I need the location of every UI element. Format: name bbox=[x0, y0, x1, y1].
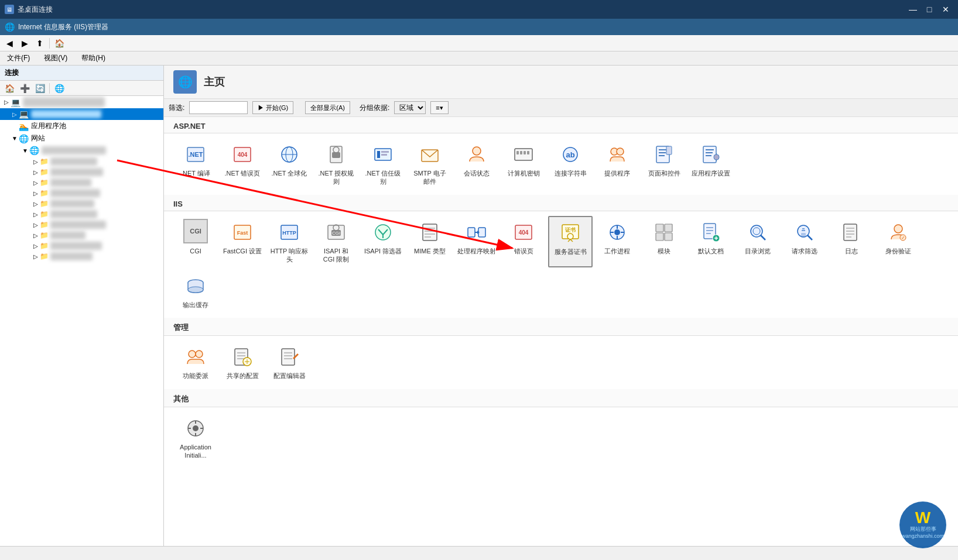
icon-net-compile[interactable]: .NET .NET 编译 bbox=[173, 138, 218, 190]
icon-output-cache[interactable]: 输出缓存 bbox=[173, 270, 218, 313]
icon-dir-browse[interactable]: 目录浏览 bbox=[735, 216, 780, 268]
icon-session[interactable]: 会话状态 bbox=[454, 138, 499, 190]
icon-handler-map[interactable]: 处理程序映射 bbox=[454, 216, 499, 268]
icon-isapi-filter[interactable]: ISAPI 筛选器 bbox=[361, 216, 405, 268]
tree-label-apppool: 应用程序池 bbox=[31, 121, 66, 131]
nav-toolbar: ◀ ▶ ⬆ 🏠 bbox=[0, 35, 958, 51]
svg-text:CGI: CGI bbox=[332, 231, 340, 236]
svg-rect-32 bbox=[706, 152, 713, 153]
iis-title-bar: 🌐 Internet 信息服务 (IIS)管理器 bbox=[0, 19, 958, 35]
icon-net-trust[interactable]: .NET 信任级别 bbox=[361, 138, 405, 190]
tree-folder-10[interactable]: ▷ 📁 folder bbox=[32, 251, 163, 262]
svg-point-93 bbox=[894, 225, 902, 233]
svg-rect-88 bbox=[844, 224, 857, 241]
tree-folder-9[interactable]: ▷ 📁 folder bbox=[32, 241, 163, 251]
iis-title-icon: 🌐 bbox=[5, 22, 15, 32]
icon-net-auth[interactable]: .NET 授权规则 bbox=[314, 138, 358, 190]
icon-app-settings[interactable]: 应用程序设置 bbox=[689, 138, 733, 190]
icon-machine-key[interactable]: 计算机密钥 bbox=[501, 138, 546, 190]
groupby-select[interactable]: 区域 bbox=[394, 101, 426, 114]
sidebar-home-btn[interactable]: 🏠 bbox=[2, 82, 16, 95]
menu-file[interactable]: 文件(F) bbox=[5, 52, 32, 64]
icon-auth[interactable]: ✓ 身份验证 bbox=[876, 216, 921, 268]
tree-folder-2[interactable]: ▷ 📁 folder bbox=[32, 167, 163, 177]
view-btn[interactable]: ≡▾ bbox=[430, 101, 448, 114]
watermark-line1: 网站那些事 bbox=[910, 526, 936, 533]
tree-folder-3[interactable]: ▷ 📁 folder bbox=[32, 177, 163, 188]
tree-folder-1[interactable]: ▷ 📁 folder bbox=[32, 156, 163, 167]
icon-pages-ctrl[interactable]: 页面和控件 bbox=[642, 138, 686, 190]
sidebar-refresh-btn[interactable]: 🔄 bbox=[33, 82, 47, 95]
icon-default-doc[interactable]: 默认文档 bbox=[689, 216, 733, 268]
svg-rect-33 bbox=[706, 155, 711, 156]
icon-fastcgi[interactable]: Fast FastCGI 设置 bbox=[220, 216, 265, 268]
svg-text:HTTP: HTTP bbox=[282, 230, 296, 236]
svg-text:404: 404 bbox=[519, 229, 529, 236]
home-button[interactable]: 🏠 bbox=[52, 37, 66, 50]
icon-cgi[interactable]: CGI CGI bbox=[173, 216, 218, 268]
cgi-label: CGI bbox=[190, 247, 201, 255]
tree-folder-6[interactable]: ▷ 📁 folder bbox=[32, 209, 163, 219]
tree-item-apppool[interactable]: 🏊 应用程序池 bbox=[0, 120, 163, 132]
tree-folder-7[interactable]: ▷ 📁 folder bbox=[32, 219, 163, 230]
icon-isapi-cgi[interactable]: CGI ISAPI 和CGI 限制 bbox=[314, 216, 358, 268]
title-bar: 🖥 圣桌面连接 — □ ✕ bbox=[0, 0, 958, 19]
svg-rect-13 bbox=[381, 154, 387, 156]
icon-ssl-cert[interactable]: 证书 服务器证书 bbox=[548, 216, 593, 268]
tree-item-sites[interactable]: ▼ 🌐 网站 bbox=[0, 132, 163, 145]
menu-help[interactable]: 帮助(H) bbox=[79, 52, 108, 64]
filter-input[interactable] bbox=[189, 101, 248, 114]
svg-rect-85 bbox=[801, 233, 806, 238]
tree-folder-4[interactable]: ▷ 📁 folder bbox=[32, 188, 163, 198]
back-button[interactable]: ◀ bbox=[2, 37, 16, 50]
forward-button[interactable]: ▶ bbox=[18, 37, 32, 50]
icon-delegate[interactable]: 功能委派 bbox=[173, 341, 218, 384]
sidebar-globe-btn[interactable]: 🌐 bbox=[52, 82, 66, 95]
svg-rect-19 bbox=[524, 151, 526, 154]
icon-worker-proc[interactable]: 工作进程 bbox=[595, 216, 639, 268]
filter-start-btn[interactable]: ▶ 开始(G) bbox=[252, 101, 293, 114]
tree-item-root[interactable]: ▷ 💻 服务器名 bbox=[0, 96, 163, 108]
svg-text:Fast: Fast bbox=[237, 230, 248, 236]
svg-point-97 bbox=[188, 287, 203, 293]
icon-conn-string[interactable]: ab 连接字符串 bbox=[548, 138, 593, 190]
icon-mime[interactable]: MIME 类型 bbox=[408, 216, 452, 268]
icon-content: ASP.NET .NET .NET 编译 404 .NET 错误页 bbox=[164, 117, 958, 546]
icon-modules[interactable]: 模块 bbox=[642, 216, 686, 268]
tree-folder-8[interactable]: ▷ 📁 folder bbox=[32, 230, 163, 241]
watermark-w-icon: W bbox=[915, 510, 930, 526]
icon-logging[interactable]: 日志 bbox=[829, 216, 874, 268]
tree-item-selected[interactable]: ▷ 💻 selected bbox=[0, 108, 163, 120]
menu-view[interactable]: 视图(V) bbox=[42, 52, 70, 64]
tree-folder-5[interactable]: ▷ 📁 folder bbox=[32, 198, 163, 209]
expand-icon: ▷ bbox=[2, 98, 11, 106]
filter-showall-btn[interactable]: 全部显示(A) bbox=[305, 101, 350, 114]
svg-rect-17 bbox=[516, 151, 519, 154]
svg-line-62 bbox=[570, 239, 573, 242]
svg-rect-107 bbox=[282, 349, 295, 365]
tree-item-site1[interactable]: ▼ 🌐 blurred bbox=[0, 145, 163, 156]
icon-req-filter[interactable]: 请求筛选 bbox=[782, 216, 827, 268]
icon-app-init[interactable]: ApplicationInitiali... bbox=[173, 412, 218, 464]
up-button[interactable]: ⬆ bbox=[33, 37, 47, 50]
close-button[interactable]: ✕ bbox=[938, 2, 953, 17]
icon-shared-config[interactable]: 共享的配置 bbox=[220, 341, 265, 384]
sidebar: 连接 🏠 ➕ 🔄 🌐 ▷ 💻 服务器名 ▷ 💻 selected 🏊 应用程序池… bbox=[0, 66, 164, 546]
sidebar-add-btn[interactable]: ➕ bbox=[18, 82, 32, 95]
icon-net-global[interactable]: .NET 全球化 bbox=[267, 138, 312, 190]
minimize-button[interactable]: — bbox=[905, 2, 921, 17]
icon-providers[interactable]: 提供程序 bbox=[595, 138, 639, 190]
watermark-box: W 网站那些事 wangzhanshi.com bbox=[899, 501, 946, 548]
svg-text:ab: ab bbox=[566, 150, 574, 159]
maximize-button[interactable]: □ bbox=[922, 2, 937, 17]
icon-error-pages[interactable]: 404 错误页 bbox=[501, 216, 546, 268]
icon-http-headers[interactable]: HTTP HTTP 响应标头 bbox=[267, 216, 312, 268]
icon-smtp[interactable]: SMTP 电子邮件 bbox=[408, 138, 452, 190]
icon-net-error[interactable]: 404 .NET 错误页 bbox=[220, 138, 265, 190]
svg-rect-47 bbox=[423, 224, 437, 241]
expand-icon bbox=[11, 122, 19, 130]
title-bar-controls: — □ ✕ bbox=[905, 2, 953, 17]
icon-config-editor[interactable]: 配置编辑器 bbox=[267, 341, 312, 384]
content-header-icon: 🌐 bbox=[173, 70, 197, 94]
svg-rect-31 bbox=[706, 149, 714, 150]
